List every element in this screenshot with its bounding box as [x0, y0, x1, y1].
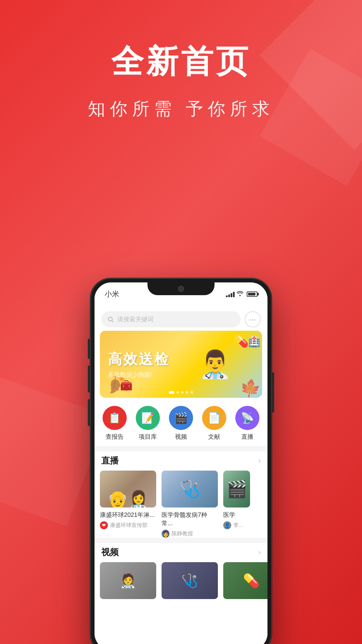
quick-item-literature[interactable]: 📄 文献: [202, 406, 226, 441]
volume-up-button: [88, 366, 90, 392]
volume-down-button: [88, 399, 90, 426]
report-icon-circle: 📋: [103, 406, 127, 430]
live-card-3[interactable]: 医学 👤 李...: [223, 471, 250, 538]
search-input-wrapper[interactable]: 请搜索关键词: [101, 311, 241, 327]
project-icon-circle: 📝: [136, 406, 160, 430]
video-card-1[interactable]: 🧑‍⚕️: [100, 562, 156, 599]
live-more-button[interactable]: ›: [258, 457, 261, 465]
banner-title: 高效送检: [108, 350, 170, 369]
search-area: 请搜索关键词 ···: [95, 306, 267, 331]
live-card-author-2: 👩 陈静教授: [162, 530, 218, 538]
video-thumb-1: 🧑‍⚕️: [100, 562, 156, 599]
video-icon-circle: 🎬: [169, 406, 193, 430]
banner-dot-1: [169, 391, 174, 394]
literature-icon-circle: 📄: [202, 406, 226, 430]
author-name-1: 康盛环球宣传部: [110, 522, 147, 529]
thumb-medical-image: [162, 471, 218, 507]
videos-section: 视频 › 🧑‍⚕️ 🩺: [95, 543, 267, 604]
live-card-title-2: 医学骨髓发病7种常...: [162, 511, 218, 528]
video-thumb-2: 🩺: [162, 562, 218, 599]
signal-bar-1: [226, 296, 228, 297]
live-card-author-3: 👤 李...: [223, 521, 250, 529]
banner-subtitle: 多批数据少跑腿!: [108, 371, 170, 379]
banner-dot-5: [190, 391, 193, 394]
videos-section-header: 视频 ›: [95, 543, 267, 562]
live-broadcast-icon: 📡: [241, 412, 254, 424]
quick-access-bar: 📋 查报告 📝 项目库 🎬 视频: [95, 403, 267, 446]
svg-line-1: [112, 321, 114, 322]
signal-icon: [226, 291, 235, 297]
live-label: 直播: [241, 433, 253, 441]
quick-item-project[interactable]: 📝 项目库: [136, 406, 160, 441]
doctor-illustration: 👨‍⚕️: [198, 351, 232, 378]
hero-section: 全新首页 知你所需 予你所求: [0, 0, 362, 121]
hero-subtitle: 知你所需 予你所求: [0, 97, 362, 121]
live-section-header: 直播 ›: [95, 451, 267, 471]
quick-item-live[interactable]: 📡 直播: [235, 406, 259, 441]
videos-more-button[interactable]: ›: [258, 548, 261, 557]
thumb-video-image: [223, 471, 250, 507]
video-card-2[interactable]: 🩺: [162, 562, 218, 599]
literature-icon: 📄: [207, 412, 221, 424]
live-card-title-1: 康盛环球2021年淋...: [100, 511, 156, 519]
video-label: 视频: [175, 433, 187, 441]
report-label: 查报告: [106, 433, 124, 441]
banner-text: 高效送检 多批数据少跑腿!: [100, 343, 178, 385]
live-card-1[interactable]: 康盛环球2021年淋... ❤ 康盛环球宣传部: [100, 471, 156, 538]
phone-mockup: 小米: [90, 278, 272, 644]
report-icon: 📋: [108, 412, 121, 424]
search-placeholder-text: 请搜索关键词: [117, 315, 154, 323]
more-button[interactable]: ···: [245, 311, 261, 327]
battery-icon: [247, 291, 257, 297]
live-card-2[interactable]: 医学骨髓发病7种常... 👩 陈静教授: [162, 471, 218, 538]
quick-item-video[interactable]: 🎬 视频: [169, 406, 193, 441]
banner-dot-3: [181, 391, 184, 394]
thumb-people-image: [100, 471, 156, 507]
carrier-label: 小米: [105, 289, 119, 299]
more-dots-icon: ···: [249, 316, 257, 323]
power-button: [272, 372, 274, 413]
signal-bar-4: [233, 292, 235, 297]
leaf-right-icon: 🍁: [238, 377, 262, 398]
video-card-3[interactable]: 💊: [223, 562, 267, 599]
pills-icon: 💊: [234, 334, 249, 348]
banner-dot-4: [186, 391, 188, 394]
signal-bar-3: [231, 293, 232, 297]
video-icon: 🎬: [174, 412, 188, 424]
author-avatar-1: ❤: [100, 521, 108, 529]
author-name-3: 李...: [233, 522, 243, 529]
live-card-author-1: ❤ 康盛环球宣传部: [100, 521, 156, 529]
phone-screen: 小米: [95, 282, 267, 644]
live-card-title-3: 医学: [223, 511, 250, 519]
author-name-2: 陈静教授: [172, 530, 193, 537]
live-cards-row: 康盛环球2021年淋... ❤ 康盛环球宣传部 医学骨髓发病7种常...: [95, 471, 267, 538]
author-avatar-2: 👩: [162, 530, 170, 538]
banner[interactable]: 高效送检 多批数据少跑腿! 👨‍⚕️ 💊 🏥: [100, 331, 262, 398]
video-thumb-image-3: 💊: [223, 562, 267, 599]
medical-kit-icon: 🏥: [248, 336, 260, 347]
literature-label: 文献: [208, 433, 220, 441]
videos-section-title: 视频: [101, 546, 119, 558]
volume-mute-button: [88, 339, 90, 359]
phone-outer-frame: 小米: [90, 278, 272, 644]
banner-content: 高效送检 多批数据少跑腿! 👨‍⚕️ 💊 🏥: [100, 331, 262, 398]
banner-dot-2: [176, 391, 179, 394]
hero-title: 全新首页: [0, 40, 362, 84]
live-card-thumb-2: [162, 471, 218, 507]
status-icons: [226, 291, 257, 298]
section-divider-2: [95, 538, 267, 543]
banner-dots: [169, 391, 193, 394]
live-section: 直播 › 康盛环球2021年淋... ❤ 康盛环球宣传部: [95, 451, 267, 538]
video-cards-row: 🧑‍⚕️ 🩺 💊: [95, 562, 267, 604]
video-thumb-image-1: 🧑‍⚕️: [100, 562, 156, 599]
battery-fill: [248, 293, 255, 296]
project-icon: 📝: [141, 412, 155, 424]
quick-item-report[interactable]: 📋 查报告: [103, 406, 127, 441]
wifi-icon: [237, 291, 243, 298]
video-thumb-3: 💊: [223, 562, 267, 599]
status-bar: 小米: [95, 282, 267, 306]
notch: [147, 282, 215, 295]
section-divider-1: [95, 446, 267, 451]
project-label: 项目库: [139, 433, 157, 441]
signal-bar-2: [228, 294, 230, 297]
